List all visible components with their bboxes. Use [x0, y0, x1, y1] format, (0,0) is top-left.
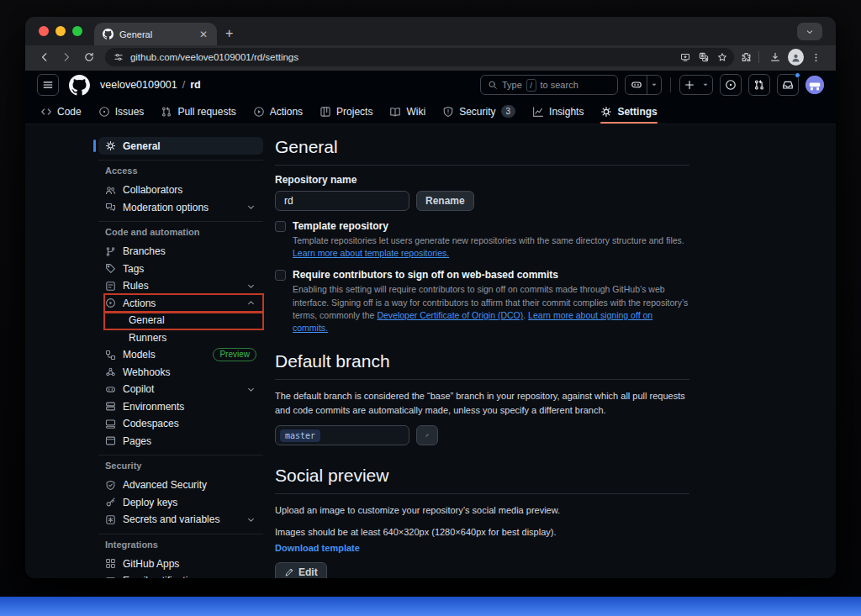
sidebar-item-email-notifications[interactable]: Email notifications — [98, 572, 263, 578]
tab-insights[interactable]: Insights — [524, 99, 592, 124]
sidebar-item-environments[interactable]: Environments — [98, 398, 263, 416]
address-bar[interactable]: github.com/veelove0109001/rd/settings — [105, 48, 734, 66]
sidebar-item-copilot[interactable]: Copilot — [98, 381, 263, 398]
sidebar-item-general[interactable]: General — [98, 137, 263, 155]
download-template-link[interactable]: Download template — [275, 543, 360, 553]
bookmark-star-icon[interactable] — [717, 52, 727, 62]
webhook-icon — [105, 366, 116, 377]
tab-code[interactable]: Code — [32, 99, 90, 124]
arrow-left-icon — [39, 51, 50, 63]
tab-strip-chevron-button[interactable] — [797, 23, 822, 40]
sidebar-item-deploy-keys[interactable]: Deploy keys — [98, 494, 263, 512]
pull-request-icon — [753, 79, 765, 91]
translate-icon[interactable] — [699, 52, 709, 62]
tab-actions[interactable]: Actions — [245, 99, 311, 124]
copilot-icon — [105, 384, 116, 395]
person-icon — [790, 52, 801, 63]
browser-menu-button[interactable] — [807, 47, 826, 67]
copilot-button[interactable] — [626, 76, 647, 94]
downloads-button[interactable] — [766, 47, 784, 67]
signoff-checkbox[interactable] — [275, 270, 286, 281]
sidebar-item-codespaces[interactable]: Codespaces — [98, 415, 263, 433]
breadcrumb-repo[interactable]: rd — [190, 79, 201, 91]
sidebar-item-moderation-options[interactable]: Moderation options — [98, 199, 263, 217]
sidebar-item-collaborators[interactable]: Collaborators — [98, 182, 263, 199]
signoff-description: Enabling this setting will require contr… — [293, 283, 689, 334]
create-new-caret[interactable] — [699, 76, 712, 94]
page-title: General — [275, 137, 689, 166]
tab-pull-requests[interactable]: Pull requests — [152, 99, 244, 124]
github-logo-icon[interactable] — [69, 75, 90, 96]
minimize-window-button[interactable] — [55, 26, 66, 36]
unread-notifications-dot — [795, 72, 800, 78]
signoff-label: Require contributors to sign off on web-… — [293, 269, 689, 281]
sidebar-item-branches[interactable]: Branches — [98, 243, 263, 261]
tab-close-icon[interactable]: ✕ — [197, 29, 210, 40]
tab-settings[interactable]: Settings — [592, 99, 665, 124]
security-count-badge: 3 — [501, 105, 516, 118]
close-window-button[interactable] — [39, 26, 49, 36]
sidebar-item-tags[interactable]: Tags — [98, 261, 263, 278]
template-learn-more-link[interactable]: Learn more about template repositories. — [293, 248, 449, 258]
sidebar-divider — [98, 160, 263, 161]
create-new-button[interactable] — [680, 76, 699, 94]
copilot-menu-button[interactable] — [647, 76, 661, 94]
sidebar-item-actions[interactable]: Actions — [98, 295, 263, 313]
settings-body: General Access Collaborators Moderation … — [25, 124, 836, 578]
repo-nav: Code Issues Pull requests Actions Projec… — [25, 99, 836, 124]
sidebar-item-rules[interactable]: Rules — [98, 277, 263, 295]
plus-icon — [684, 79, 695, 91]
tab-security[interactable]: Security3 — [434, 99, 524, 124]
default-branch-field[interactable]: master — [275, 425, 409, 445]
search-placeholder-prefix: Type — [502, 80, 522, 90]
global-nav-menu-button[interactable] — [37, 74, 59, 96]
desktop-taskbar — [0, 597, 861, 616]
sidebar-item-actions-general[interactable]: General — [98, 312, 263, 329]
dco-link[interactable]: Developer Certificate of Origin (DCO) — [377, 310, 523, 320]
chevron-down-icon — [246, 281, 256, 292]
sidebar-item-models[interactable]: Models Preview — [98, 346, 263, 364]
asterisk-box-icon — [105, 514, 116, 525]
pull-requests-header-button[interactable] — [748, 74, 770, 96]
rename-button[interactable]: Rename — [416, 191, 474, 211]
browser-tab-strip: General ✕ + — [25, 17, 836, 45]
header-divider — [670, 77, 671, 92]
kebab-icon — [811, 52, 821, 63]
create-new-button-group — [679, 75, 713, 95]
sidebar-item-actions-runners[interactable]: Runners — [98, 329, 263, 347]
checklist-icon — [105, 281, 116, 292]
search-input[interactable]: Type / to search — [480, 75, 618, 95]
repository-name-input[interactable] — [275, 191, 409, 211]
browser-profile-avatar[interactable] — [788, 49, 804, 66]
new-tab-button[interactable]: + — [217, 26, 243, 45]
graph-icon — [532, 106, 544, 118]
sidebar-item-github-apps[interactable]: GitHub Apps — [98, 555, 263, 573]
breadcrumb-owner[interactable]: veelove0109001 — [100, 79, 177, 91]
zoom-window-button[interactable] — [72, 26, 82, 36]
sidebar-item-advanced-security[interactable]: Advanced Security — [98, 476, 263, 494]
sidebar-item-secrets-and-variables[interactable]: Secrets and variables — [98, 511, 263, 529]
tab-wiki[interactable]: Wiki — [381, 99, 434, 124]
browser-tab[interactable]: General ✕ — [94, 23, 217, 45]
edit-default-branch-button[interactable] — [416, 425, 438, 445]
sidebar-item-pages[interactable]: Pages — [98, 433, 263, 450]
template-repository-checkbox[interactable] — [275, 221, 286, 232]
pull-request-icon — [161, 106, 172, 118]
reload-button[interactable] — [80, 47, 98, 67]
tab-issues[interactable]: Issues — [90, 99, 153, 124]
download-icon — [769, 51, 781, 63]
issues-header-button[interactable] — [720, 74, 742, 96]
back-button[interactable] — [35, 47, 54, 67]
breadcrumb: veelove0109001 / rd — [100, 79, 201, 91]
identicon — [806, 76, 824, 94]
sidebar-item-webhooks[interactable]: Webhooks — [98, 364, 263, 382]
forward-button[interactable] — [57, 47, 76, 67]
github-header: veelove0109001 / rd Type / to search — [25, 71, 836, 99]
edit-social-preview-button[interactable]: Edit — [275, 562, 327, 578]
send-to-device-icon[interactable] — [680, 52, 690, 62]
extensions-puzzle-icon[interactable] — [741, 51, 752, 63]
sidebar-divider — [98, 534, 263, 534]
user-avatar[interactable] — [806, 76, 824, 94]
tab-title: General — [119, 29, 191, 39]
tab-projects[interactable]: Projects — [311, 99, 381, 124]
